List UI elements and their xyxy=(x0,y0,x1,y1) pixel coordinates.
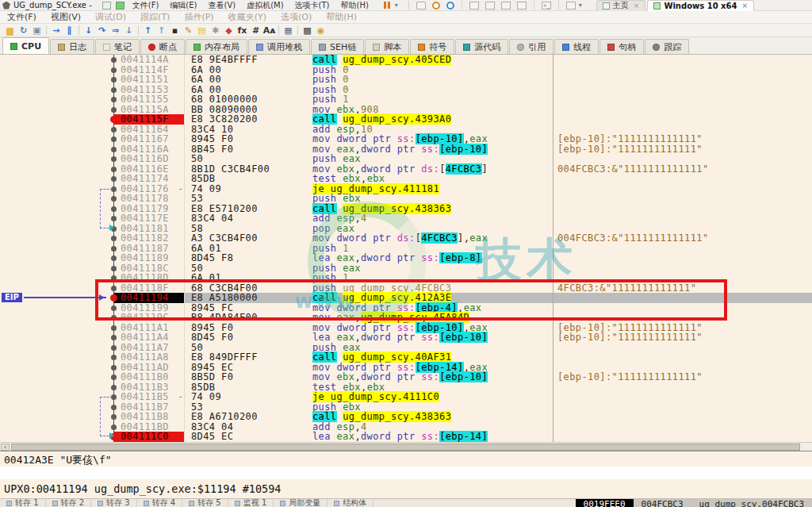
settings-icon[interactable]: ✱ xyxy=(209,25,222,36)
scrollbar-thumb[interactable] xyxy=(11,444,800,451)
calculator-icon[interactable]: ▩ xyxy=(301,25,314,36)
open-file-icon[interactable]: ▆ xyxy=(3,25,17,36)
debugger-menu-item[interactable]: 视图(V) xyxy=(51,11,81,23)
disasm-row[interactable]: 004111B5-74 09je ug_dump_scy.4111C0 xyxy=(0,392,812,402)
tab-SEH链[interactable]: SEH链 xyxy=(311,39,364,54)
tab-笔记[interactable]: 笔记 xyxy=(95,39,140,54)
disasm-row[interactable]: 004111C08D45 EClea eax,dword ptr ss:[ebp… xyxy=(0,432,812,442)
vm-menu-item[interactable]: 文件(F) xyxy=(132,1,159,10)
layout-bottom-icon[interactable] xyxy=(485,2,495,10)
horizontal-scrollbar[interactable]: ‹ xyxy=(0,442,812,451)
tab-脚本[interactable]: 脚本 xyxy=(365,39,409,54)
fullscreen-icon[interactable] xyxy=(566,2,576,10)
debugger-menu-item[interactable]: 帮助(H) xyxy=(326,11,357,23)
instruction-dot-icon[interactable] xyxy=(111,87,117,93)
disasm-row[interactable]: 0041115FE8 3C820200call ug_dump_scy.4393… xyxy=(0,114,812,125)
step-into-icon[interactable]: ↓ xyxy=(82,25,95,36)
comment-icon[interactable]: ▤ xyxy=(195,25,209,36)
vm-tab[interactable]: 主页× xyxy=(596,0,646,11)
instruction-dot-icon[interactable] xyxy=(111,156,117,162)
tab-CPU[interactable]: CPU xyxy=(2,37,49,54)
instruction-dot-icon[interactable] xyxy=(111,355,117,360)
address-cell[interactable]: 004111B5 xyxy=(113,392,184,402)
patch-icon[interactable]: ✎ xyxy=(182,25,195,36)
dump-tab[interactable]: 转存 1 xyxy=(0,499,46,507)
instruction-dot-icon[interactable] xyxy=(111,147,117,152)
vm-menu-item[interactable]: 编辑(E) xyxy=(170,1,197,10)
instruction-dot-icon[interactable] xyxy=(111,167,117,172)
library-icon[interactable] xyxy=(116,2,124,10)
address-cell[interactable]: 0041117E xyxy=(113,213,184,224)
address-cell[interactable]: 0041116D xyxy=(113,154,184,164)
address-cell[interactable]: 00411189 xyxy=(113,253,184,263)
step-down-icon[interactable]: ↓ xyxy=(122,25,136,36)
printer-icon[interactable] xyxy=(416,2,426,10)
address-cell[interactable]: 004111A4 xyxy=(113,332,184,343)
instruction-dot-icon[interactable] xyxy=(111,136,117,142)
instruction-dot-icon[interactable] xyxy=(111,374,117,380)
dump-tab[interactable]: 转存 4 xyxy=(137,499,183,507)
snapshot-clock-icon[interactable] xyxy=(432,2,440,10)
instruction-dot-icon[interactable] xyxy=(111,77,117,83)
tab-句柄[interactable]: 句柄 xyxy=(599,39,644,54)
instruction-dot-icon[interactable] xyxy=(111,57,117,63)
address-cell[interactable]: 00411151 xyxy=(113,75,184,85)
dump-tab[interactable]: 转存 3 xyxy=(91,499,137,507)
scroll-left-button[interactable]: ‹ xyxy=(1,444,10,451)
hash-icon[interactable]: # xyxy=(249,25,262,36)
dump-tab[interactable]: 局部变量 xyxy=(274,499,327,507)
instruction-dot-icon[interactable] xyxy=(111,365,117,371)
instruction-dot-icon[interactable] xyxy=(111,385,117,390)
fit-window-icon[interactable] xyxy=(517,2,527,10)
debugger-menu-item[interactable]: 文件(F) xyxy=(7,11,36,23)
instruction-dot-icon[interactable] xyxy=(111,246,117,252)
address-cell[interactable]: 004111B8 xyxy=(113,412,184,422)
instruction-dot-icon[interactable] xyxy=(111,67,117,73)
fx-icon[interactable]: fx xyxy=(236,25,249,36)
dump-tab[interactable]: 转存 2 xyxy=(46,499,92,507)
tab-引用[interactable]: 引用 xyxy=(509,39,553,54)
instruction-dot-icon[interactable] xyxy=(111,176,117,182)
close-icon[interactable]: × xyxy=(741,2,748,10)
disasm-row[interactable]: 004111A48D45 F0lea eax,dword ptr ss:[ebp… xyxy=(0,332,812,343)
instruction-dot-icon[interactable] xyxy=(111,345,117,351)
tab-线程[interactable]: 线程 xyxy=(554,39,599,54)
vm-tab[interactable]: Windows 10 x64× xyxy=(647,0,754,11)
instruction-dot-icon[interactable] xyxy=(111,107,117,113)
eraser-icon[interactable]: ◆ xyxy=(222,25,236,36)
breakpoint-dot-icon[interactable] xyxy=(110,116,117,123)
snapshot-manager-icon[interactable] xyxy=(446,2,454,10)
address-cell[interactable]: 00411155 xyxy=(113,94,184,105)
step-out-icon[interactable]: ↑ xyxy=(141,25,155,36)
pause-icon[interactable]: ∥ xyxy=(63,25,76,36)
case-icon[interactable]: Aᴀ xyxy=(262,25,276,36)
disasm-row[interactable]: 0041117E83C4 04add esp,4 xyxy=(0,213,812,224)
tab-断点[interactable]: 断点 xyxy=(140,39,185,54)
restart-icon[interactable]: ↻ xyxy=(17,25,30,36)
address-cell[interactable]: 00411174 xyxy=(113,174,184,184)
tab-符号[interactable]: 符号 xyxy=(410,39,454,54)
help-icon[interactable]: ◉ xyxy=(314,25,327,36)
instruction-dot-icon[interactable] xyxy=(111,325,117,331)
address-cell[interactable]: 00411167 xyxy=(113,134,184,144)
disasm-row[interactable]: 0041115568 01000000push 1 xyxy=(0,94,812,105)
debugger-menu-item[interactable]: 收藏夹(Y) xyxy=(228,11,266,23)
layout-columns-icon[interactable] xyxy=(469,2,479,10)
stop-icon[interactable]: ▣ xyxy=(30,25,44,36)
disasm-row[interactable]: 004111B8E8 A6710200call ug_dump_scy.4383… xyxy=(0,412,812,422)
instruction-dot-icon[interactable] xyxy=(111,127,117,133)
instruction-dot-icon[interactable] xyxy=(111,236,117,241)
disasm-row[interactable]: 004111B08B5D F0mov ebx,dword ptr ss:[ebp… xyxy=(0,372,812,382)
disasm-row[interactable]: 004111898D45 F8lea eax,dword ptr ss:[ebp… xyxy=(0,253,812,263)
pin-icon[interactable] xyxy=(102,2,111,10)
caret-down-icon[interactable]: ▾ xyxy=(395,2,398,9)
tab-调用堆栈[interactable]: 调用堆栈 xyxy=(248,39,310,54)
tab-源代码[interactable]: 源代码 xyxy=(455,39,508,54)
disasm-row[interactable]: 004111516A 00push 0 xyxy=(0,75,812,85)
instruction-dot-icon[interactable] xyxy=(111,255,117,261)
dump-tab[interactable]: 结构体 xyxy=(327,499,373,507)
tab-日志[interactable]: 日志 xyxy=(50,39,94,54)
address-cell[interactable]: 0041114A xyxy=(113,55,184,65)
step-over-icon[interactable]: ↷ xyxy=(95,25,109,36)
dump-tab[interactable]: 转存 5 xyxy=(182,499,228,507)
